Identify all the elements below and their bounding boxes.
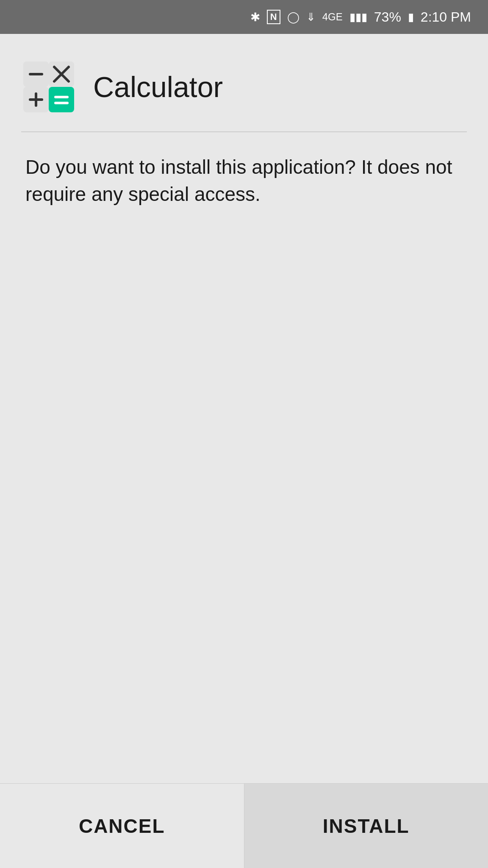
battery-icon: ▮ bbox=[408, 11, 414, 24]
status-icons: ✱ N ◯ ⇓ 4GE ▮▮▮ 73% ▮ 2:10 PM bbox=[250, 9, 471, 25]
nfc-icon: N bbox=[267, 10, 280, 24]
time-display: 2:10 PM bbox=[421, 9, 471, 25]
bottom-buttons: CANCEL INSTALL bbox=[0, 783, 488, 868]
svg-rect-11 bbox=[54, 102, 69, 104]
signal-icon: ▮▮▮ bbox=[349, 11, 367, 24]
battery-percentage: 73% bbox=[374, 9, 401, 25]
app-name: Calculator bbox=[93, 70, 223, 103]
app-icon bbox=[21, 59, 76, 114]
status-bar: ✱ N ◯ ⇓ 4GE ▮▮▮ 73% ▮ 2:10 PM bbox=[0, 0, 488, 34]
app-header: Calculator bbox=[21, 59, 467, 131]
bluetooth-icon: ✱ bbox=[250, 10, 260, 24]
download-icon: ⇓ bbox=[306, 11, 316, 24]
svg-rect-8 bbox=[35, 92, 37, 107]
section-divider bbox=[21, 131, 467, 132]
svg-rect-10 bbox=[54, 96, 69, 98]
network-type: 4GE bbox=[322, 11, 343, 23]
main-content: Calculator Do you want to install this a… bbox=[0, 34, 488, 208]
alarm-icon: ◯ bbox=[287, 11, 299, 24]
svg-rect-2 bbox=[29, 73, 43, 75]
install-message: Do you want to install this application?… bbox=[21, 153, 467, 208]
install-button[interactable]: INSTALL bbox=[244, 784, 488, 868]
cancel-button[interactable]: CANCEL bbox=[0, 784, 244, 868]
svg-rect-9 bbox=[49, 87, 74, 112]
